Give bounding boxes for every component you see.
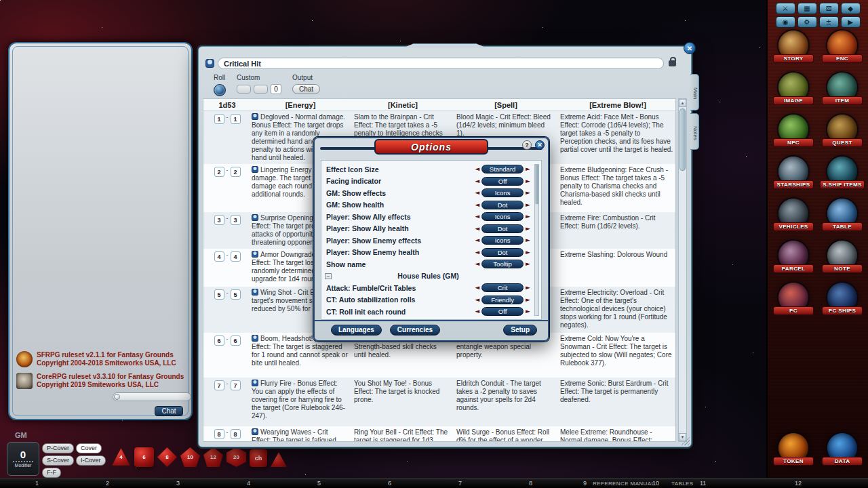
sidebar-item-table[interactable]: TABLE	[818, 199, 867, 241]
sidebar-item-note[interactable]: NOTE	[818, 241, 867, 283]
languages-button[interactable]: Languages	[331, 325, 382, 336]
d10-icon[interactable]: 10	[180, 447, 200, 467]
party-vision-icon[interactable]: ◉	[776, 16, 795, 28]
cycle-left-icon[interactable]: ◄	[475, 260, 479, 268]
cycle-right-icon[interactable]: ►	[526, 201, 530, 209]
range-to[interactable]: 7	[231, 380, 241, 390]
cycle-left-icon[interactable]: ◄	[475, 188, 479, 197]
s-cover-button[interactable]: S-Cover	[42, 455, 74, 466]
cycle-right-icon[interactable]: ►	[526, 296, 530, 304]
pointer-cone-icon[interactable]	[271, 452, 287, 467]
taskbar-slot-3[interactable]: 3	[176, 480, 180, 487]
setting-value-button[interactable]: Crit	[481, 283, 524, 292]
taskbar-slot-9[interactable]: 9	[583, 480, 587, 487]
custom-die-slot[interactable]	[237, 85, 251, 94]
currencies-button[interactable]: Currencies	[390, 325, 440, 336]
table-link-icon[interactable]	[252, 335, 258, 342]
chat-log[interactable]: SFRPG ruleset v2.1.1 for Fantasy Grounds…	[16, 49, 184, 389]
d12-icon[interactable]: 12	[203, 447, 223, 467]
sidebar-item-enc[interactable]: ENC	[818, 30, 867, 73]
chat-scrollbar[interactable]	[113, 392, 191, 401]
sidebar-item-token[interactable]: TOKEN	[769, 433, 818, 475]
taskbar-slot-10[interactable]: 10	[652, 480, 659, 487]
range-from[interactable]: 6	[214, 336, 224, 346]
table-link-icon[interactable]	[252, 166, 258, 173]
range-from[interactable]: 3	[214, 215, 224, 225]
taskbar-reference-manual[interactable]: REFERENCE MANUAL	[593, 481, 654, 487]
custom-count-field[interactable]: 0	[271, 84, 281, 94]
setting-value-button[interactable]: Tooltip	[481, 260, 524, 268]
sidebar-item-quest[interactable]: QUEST	[818, 115, 867, 157]
cycle-left-icon[interactable]: ◄	[475, 224, 479, 233]
modifier-stack[interactable]: 0 Modifier	[7, 442, 39, 476]
d20-icon[interactable]: 20	[226, 447, 246, 467]
d4-icon[interactable]: 4	[111, 447, 131, 467]
setting-value-button[interactable]: Dot	[481, 224, 524, 233]
tab-notes[interactable]: Notes	[690, 113, 699, 150]
cycle-right-icon[interactable]: ►	[526, 283, 530, 292]
taskbar-tables[interactable]: TABLES	[671, 481, 694, 487]
cycle-right-icon[interactable]: ►	[526, 224, 530, 233]
table-scrollbar[interactable]: ▲ ▼	[678, 98, 687, 442]
cycle-left-icon[interactable]: ◄	[475, 307, 479, 316]
d6-icon[interactable]: 6	[134, 447, 154, 467]
tab-main[interactable]: Main	[690, 74, 699, 110]
sidebar-item-npc[interactable]: NPC	[769, 115, 818, 157]
sidebar-item-pc[interactable]: PC	[769, 283, 818, 325]
i-cover-button[interactable]: I-Cover	[76, 455, 106, 466]
cycle-left-icon[interactable]: ◄	[475, 177, 479, 186]
range-to[interactable]: 3	[231, 215, 241, 225]
sidebar-item-data[interactable]: DATA	[818, 433, 867, 475]
dice-tower-icon[interactable]: ch	[250, 449, 267, 467]
range-to[interactable]: 4	[231, 251, 241, 262]
chat-tab-button[interactable]: Chat	[155, 406, 183, 416]
table-link-icon[interactable]	[252, 214, 258, 221]
setting-value-button[interactable]: Icons	[481, 236, 524, 245]
taskbar-slot-7[interactable]: 7	[458, 480, 462, 487]
taskbar-slot-12[interactable]: 12	[795, 480, 802, 487]
setting-value-button[interactable]: Standard	[481, 165, 524, 174]
range-from[interactable]: 1	[214, 114, 224, 124]
taskbar-slot-6[interactable]: 6	[388, 480, 391, 487]
close-icon[interactable]: ✕	[684, 42, 696, 54]
taskbar-slot-8[interactable]: 8	[529, 480, 532, 487]
pointer-icon[interactable]: ▶	[841, 16, 861, 28]
chat-scroll-knob[interactable]	[114, 394, 120, 400]
setting-value-button[interactable]: Dot	[481, 248, 524, 257]
setting-value-button[interactable]: Icons	[481, 212, 524, 221]
table-link-icon[interactable]	[252, 289, 258, 296]
scroll-up-icon[interactable]: ▲	[679, 99, 686, 107]
table-link-icon[interactable]	[252, 251, 258, 258]
range-to[interactable]: 5	[231, 289, 241, 300]
sidebar-item-story[interactable]: STORY	[769, 30, 818, 73]
cycle-right-icon[interactable]: ►	[526, 307, 530, 316]
cycle-left-icon[interactable]: ◄	[475, 296, 479, 304]
modifiers-icon[interactable]: ±	[819, 16, 839, 28]
collapse-icon[interactable]: −	[325, 273, 332, 279]
cycle-left-icon[interactable]: ◄	[475, 236, 479, 245]
taskbar-slot-1[interactable]: 1	[35, 480, 39, 487]
help-icon[interactable]: ?	[522, 140, 532, 150]
cycle-right-icon[interactable]: ►	[526, 248, 530, 257]
range-to[interactable]: 8	[231, 429, 241, 439]
close-icon[interactable]: ✕	[535, 140, 545, 150]
sidebar-item-image[interactable]: IMAGE	[769, 73, 818, 115]
cycle-right-icon[interactable]: ►	[526, 165, 530, 174]
taskbar-slot-11[interactable]: 11	[700, 480, 706, 487]
sidebar-item-parcel[interactable]: PARCEL	[769, 241, 818, 283]
range-from[interactable]: 4	[214, 251, 224, 262]
setting-value-button[interactable]: Off	[481, 307, 524, 316]
setting-value-button[interactable]: Off	[481, 177, 524, 186]
cycle-right-icon[interactable]: ►	[526, 212, 530, 221]
ff-button[interactable]: F-F	[42, 468, 61, 478]
setup-button[interactable]: Setup	[503, 325, 537, 336]
range-to[interactable]: 6	[231, 336, 241, 346]
sidebar-item-vehicles[interactable]: VEHICLES	[769, 199, 818, 241]
cycle-left-icon[interactable]: ◄	[475, 283, 479, 292]
options-gear-icon[interactable]: ⚙	[797, 16, 817, 28]
cycle-right-icon[interactable]: ►	[526, 188, 530, 197]
table-link-icon[interactable]	[252, 428, 258, 435]
scroll-thumb[interactable]	[679, 108, 686, 171]
cycle-right-icon[interactable]: ►	[526, 260, 530, 268]
table-link-icon[interactable]	[252, 113, 258, 120]
